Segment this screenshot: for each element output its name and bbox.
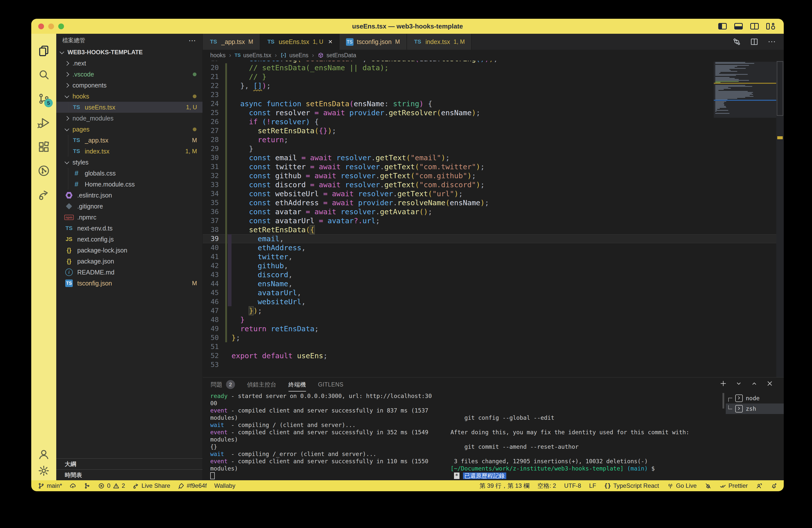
language-mode-status[interactable]: {}TypeScript React xyxy=(604,482,659,489)
code-editor[interactable]: 19 console.log("setEnsData: ", setEnsDat… xyxy=(203,61,784,377)
terminal-zsh[interactable]: git config --global --edit After doing t… xyxy=(444,392,726,480)
tree-file-next-env-d-ts[interactable]: TSnext-env.d.ts xyxy=(56,223,203,234)
branch-status[interactable]: main* xyxy=(38,482,62,489)
tree-folder-pages[interactable]: pages xyxy=(56,124,203,135)
color-theme-status[interactable]: #f9e64f xyxy=(178,482,207,489)
explorer-icon[interactable] xyxy=(37,44,51,58)
tab-index-tsx[interactable]: TSindex.tsx1, M xyxy=(407,34,472,50)
line-number: 29 xyxy=(203,144,219,153)
close-window-button[interactable] xyxy=(38,24,44,29)
tree-file-readme-md[interactable]: iREADME.md xyxy=(56,267,203,278)
gutter-decorations xyxy=(219,189,232,198)
close-panel-icon[interactable] xyxy=(766,380,774,387)
tree-folder--next[interactable]: .next xyxy=(56,58,203,69)
breadcrumb-item-useens-tsx[interactable]: TSuseEns.tsx xyxy=(234,52,271,59)
terminal-scrollbar[interactable] xyxy=(723,393,724,409)
timeline-section[interactable]: 時間表 xyxy=(56,469,203,480)
tree-folder-hooks[interactable]: hooks xyxy=(56,91,203,102)
run-debug-icon[interactable] xyxy=(37,116,51,130)
zoom-window-button[interactable] xyxy=(58,24,64,29)
status-label: LF xyxy=(589,482,596,489)
tree-file--eslintrc-json[interactable]: .eslintrc.json xyxy=(56,190,203,201)
gutter-decorations xyxy=(219,216,232,225)
git-modified-bar xyxy=(225,333,227,342)
line-number: 38 xyxy=(203,225,219,234)
split-editor-layout-icon[interactable] xyxy=(750,23,759,29)
gutter-decorations xyxy=(219,108,232,117)
tab-useens-tsx[interactable]: TSuseEns.tsx1, U× xyxy=(260,34,339,50)
git-graph-icon[interactable] xyxy=(37,164,51,178)
panel-tab-GITLENS[interactable]: GITLENS xyxy=(318,378,344,392)
tab-tsconfig-json[interactable]: TStsconfig.jsonM xyxy=(339,34,407,50)
terminal-list-item-zsh[interactable]: zsh xyxy=(726,404,784,414)
toggle-panel-icon[interactable] xyxy=(734,23,743,29)
breadcrumb-item-hooks[interactable]: hooks xyxy=(210,52,226,59)
problems-status[interactable]: 02 xyxy=(98,482,125,489)
source-control-icon[interactable]: 5 xyxy=(37,92,51,106)
tree-file-useens-tsx[interactable]: TSuseEns.tsx1, U xyxy=(56,102,203,113)
tab--app-tsx[interactable]: TS_app.tsxM xyxy=(203,34,260,50)
close-tab-icon[interactable]: × xyxy=(328,38,332,46)
tree-file--npmrc[interactable]: npm.npmrc xyxy=(56,212,203,223)
overview-ruler[interactable] xyxy=(776,61,784,377)
breadcrumb-item-setensdata[interactable]: setEnsData xyxy=(318,52,356,59)
tree-folder--vscode[interactable]: .vscode xyxy=(56,69,203,80)
explorer-more-actions-icon[interactable]: ⋯ xyxy=(188,36,197,45)
panel-tab-label: 偵錯主控台 xyxy=(247,381,276,388)
tree-root-item[interactable]: WEB3-HOOKS-TEMPLATE xyxy=(56,47,203,58)
terminal-output-line: modules) xyxy=(210,414,444,422)
live-share-status[interactable]: Live Share xyxy=(132,482,170,489)
tree-file--app-tsx[interactable]: TS_app.tsxM xyxy=(56,135,203,146)
extensions-icon[interactable] xyxy=(37,140,51,154)
terminal-node[interactable]: ready - started server on 0.0.0.0:3000, … xyxy=(203,392,444,480)
minimize-window-button[interactable] xyxy=(48,24,54,29)
tree-file-globals-css[interactable]: #globals.css xyxy=(56,168,203,179)
open-changes-icon[interactable] xyxy=(732,37,741,46)
panel-tab-終端機[interactable]: 終端機 xyxy=(289,378,306,392)
toggle-sidebar-icon[interactable] xyxy=(718,23,727,29)
terminal-dropdown-icon[interactable] xyxy=(735,380,743,387)
search-icon[interactable] xyxy=(37,68,51,82)
tree-folder-components[interactable]: components xyxy=(56,80,203,91)
new-terminal-icon[interactable] xyxy=(719,380,727,387)
indentation-status[interactable]: 空格: 2 xyxy=(537,482,556,490)
maximize-panel-icon[interactable] xyxy=(750,380,758,387)
live-share-icon[interactable] xyxy=(37,188,51,202)
notifications-status[interactable] xyxy=(770,483,777,489)
go-live-status[interactable]: Go Live xyxy=(667,482,697,489)
git-graph-status[interactable] xyxy=(84,483,90,489)
code-line-48: 48 } xyxy=(203,315,784,324)
breadcrumb-item-useens[interactable]: useEns xyxy=(280,52,308,59)
panel-tab-偵錯主控台[interactable]: 偵錯主控台 xyxy=(247,378,276,392)
outline-section[interactable]: 大綱 xyxy=(56,458,203,469)
prettier-status[interactable]: Prettier xyxy=(720,482,748,489)
tree-file-home-module-css[interactable]: #Home.module.css xyxy=(56,179,203,190)
notifications-muted-status[interactable] xyxy=(705,483,711,489)
encoding-status[interactable]: UTF-8 xyxy=(564,482,581,489)
terminal-list-item-node[interactable]: node xyxy=(726,393,784,404)
tree-folder-styles[interactable]: styles xyxy=(56,157,203,168)
more-actions-icon[interactable] xyxy=(767,37,776,46)
minimap[interactable] xyxy=(714,62,776,118)
tree-file--gitignore[interactable]: .gitignore xyxy=(56,201,203,212)
tree-file-index-tsx[interactable]: TSindex.tsx1, M xyxy=(56,146,203,157)
tree-file-next-config-js[interactable]: JSnext.config.js xyxy=(56,234,203,245)
tree-file-package-json[interactable]: {}package.json xyxy=(56,256,203,267)
cursor-position-status[interactable]: 第 39 行，第 13 欄 xyxy=(479,482,530,490)
feedback-status[interactable] xyxy=(756,483,763,489)
settings-gear-icon[interactable] xyxy=(37,464,51,478)
publish-status[interactable] xyxy=(70,483,76,489)
split-editor-icon[interactable] xyxy=(750,37,759,46)
wallaby-status[interactable]: Wallaby xyxy=(214,482,235,489)
panel-tab-問題[interactable]: 問題2 xyxy=(211,378,235,392)
titlebar[interactable]: useEns.tsx — web3-hooks-template xyxy=(31,19,784,34)
tree-file-package-lock-json[interactable]: {}package-lock.json xyxy=(56,245,203,256)
scrollbar-slider[interactable] xyxy=(777,61,783,116)
eol-status[interactable]: LF xyxy=(589,482,596,489)
tree-file-tsconfig-json[interactable]: TStsconfig.jsonM xyxy=(56,278,203,289)
git-status-badge: M xyxy=(192,137,197,144)
customize-layout-icon[interactable] xyxy=(766,23,775,29)
account-icon[interactable] xyxy=(37,447,51,461)
tab-dirty-badge: M xyxy=(395,39,400,45)
tree-folder-node-modules[interactable]: node_modules xyxy=(56,113,203,124)
